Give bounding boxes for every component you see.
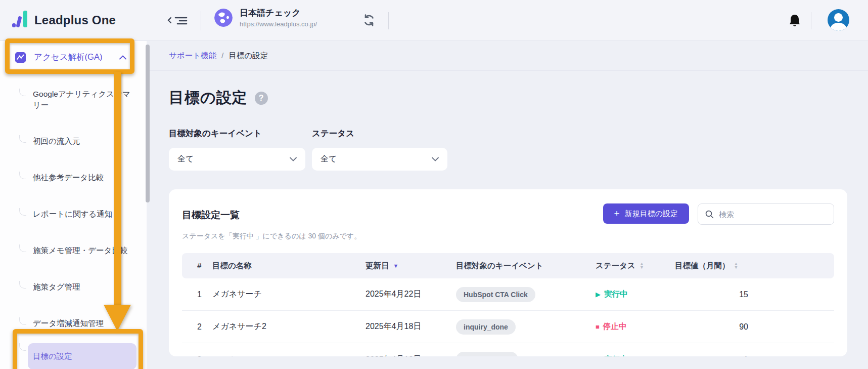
site-url: https://www.leadplus.co.jp/	[240, 20, 317, 28]
sidebar-item-label: データ増減通知管理	[33, 318, 104, 329]
branch-line	[19, 343, 26, 351]
updated-date: 2025年4月18日	[366, 321, 456, 332]
search-box	[698, 203, 834, 225]
sidebar-item-label: 他社参考データ比較	[33, 172, 104, 183]
branch-line	[19, 135, 26, 143]
branch-line	[19, 244, 26, 252]
branch-line	[19, 208, 26, 216]
branch-line	[19, 317, 26, 325]
logo-icon	[12, 10, 28, 29]
breadcrumb-separator: /	[221, 51, 223, 60]
sidebar-item-first-source[interactable]: 初回の流入元	[28, 135, 136, 147]
app-logo[interactable]: Leadplus One	[12, 10, 116, 29]
site-switcher[interactable]: 日本語チェック https://www.leadplus.co.jp/	[214, 7, 317, 28]
status-filter-value: 全て	[321, 154, 337, 165]
sidebar-item-goal-settings[interactable]: 目標の設定	[28, 343, 136, 369]
goal-name: テスト	[212, 354, 366, 357]
goal-name: メガネサーチ	[212, 289, 366, 300]
row-num: 2	[197, 322, 212, 332]
help-icon[interactable]: ?	[255, 92, 268, 105]
sidebar-item-report-notice[interactable]: レポートに関する通知	[28, 208, 136, 220]
topbar-divider	[388, 12, 389, 29]
breadcrumb: サポート機能 / 目標の設定	[147, 41, 868, 71]
row-num: 3	[197, 355, 212, 356]
goal-value: 15	[675, 290, 748, 299]
key-event-badge: inquiry_done	[456, 319, 516, 335]
status-badge: ▶ 実行中	[596, 289, 675, 300]
new-goal-button[interactable]: + 新規目標の設定	[603, 203, 689, 224]
sidebar-item-label: 初回の流入元	[33, 136, 80, 147]
card-note: ステータスを「実行中 」にできるのは 30 個のみです。	[182, 232, 361, 241]
status-running-icon: ▶	[596, 356, 601, 357]
sort-icon[interactable]: ▲▼	[639, 262, 644, 269]
topbar-divider	[811, 12, 811, 29]
row-num: 1	[197, 290, 212, 299]
sidebar-item-label: 目標の設定	[33, 351, 72, 362]
goal-table: # 目標の名称 更新日 ▼ 目標対象のキーイベント ステータス ▲▼ 目標値（月…	[182, 253, 834, 356]
branch-line	[19, 281, 26, 289]
sidebar-item-competitor-data[interactable]: 他社参考データ比較	[28, 172, 136, 184]
table-row[interactable]: 3 テスト 2025年4月18日 file_download ▶ 実行中 1	[182, 343, 834, 356]
globe-icon	[214, 9, 233, 27]
search-icon	[705, 210, 714, 219]
col-header-status[interactable]: ステータス ▲▼	[596, 261, 675, 271]
breadcrumb-current: 目標の設定	[229, 51, 268, 61]
status-running-icon: ▶	[596, 291, 601, 298]
status-badge: ▶ 実行中	[596, 354, 675, 357]
analytics-chart-icon	[15, 52, 26, 63]
col-header-num: #	[197, 261, 212, 270]
goal-value: 90	[675, 322, 748, 332]
table-row[interactable]: 2 メガネサーチ2 2025年4月18日 inquiry_done ■ 停止中 …	[182, 311, 834, 343]
goal-name: メガネサーチ2	[212, 321, 366, 332]
table-row[interactable]: 1 メガネサーチ 2025年4月22日 HubSpot CTA Click ▶ …	[182, 278, 834, 311]
sidebar-item-tag-management[interactable]: 施策タグ管理	[28, 281, 136, 293]
site-name: 日本語チェック	[240, 7, 317, 19]
chevron-down-icon	[432, 157, 439, 161]
collapse-sidebar-icon[interactable]	[167, 13, 188, 27]
top-bar: Leadplus One 日本語チェック https://www.leadplu…	[0, 0, 868, 40]
sidebar-item-ga-summary[interactable]: Googleアナリティクスサマリー	[28, 89, 136, 111]
sidebar-item-data-change-notice[interactable]: データ増減通知管理	[28, 317, 136, 330]
keyevent-filter-select[interactable]: 全て	[169, 148, 305, 171]
app-name: Leadplus One	[34, 13, 116, 29]
sidebar-scrollbar[interactable]	[146, 45, 150, 202]
bell-icon[interactable]	[788, 13, 802, 28]
sort-icon[interactable]: ▲▼	[734, 262, 739, 269]
updated-date: 2025年4月18日	[366, 354, 456, 357]
sidebar-item-access-analytics[interactable]: アクセス解析(GA)	[0, 41, 147, 73]
sort-desc-icon[interactable]: ▼	[393, 263, 399, 269]
new-goal-button-label: 新規目標の設定	[625, 209, 678, 219]
avatar[interactable]	[828, 9, 849, 31]
sidebar-item-label: 施策タグ管理	[33, 281, 80, 293]
card-title: 目標設定一覧	[182, 209, 361, 222]
sidebar-submenu: Googleアナリティクスサマリー 初回の流入元 他社参考データ比較 レポートに…	[0, 73, 147, 369]
status-filter-select[interactable]: 全て	[312, 148, 447, 171]
col-header-event: 目標対象のキーイベント	[456, 261, 596, 271]
topbar-divider	[201, 11, 201, 30]
status-stopped-icon: ■	[596, 323, 600, 331]
keyevent-filter-label: 目標対象のキーイベント	[169, 128, 312, 139]
keyevent-filter-value: 全て	[177, 154, 194, 165]
key-event-badge: file_download	[456, 352, 518, 356]
table-header-row: # 目標の名称 更新日 ▼ 目標対象のキーイベント ステータス ▲▼ 目標値（月…	[182, 253, 834, 278]
key-event-badge: HubSpot CTA Click	[456, 287, 535, 302]
breadcrumb-parent-link[interactable]: サポート機能	[169, 51, 216, 61]
sidebar-item-label: レポートに関する通知	[33, 209, 112, 220]
sidebar-item-label: 施策メモ管理・データ比較	[33, 245, 127, 256]
refresh-icon[interactable]	[362, 13, 377, 27]
chevron-up-icon	[119, 55, 126, 60]
status-filter-label: ステータス	[312, 128, 354, 139]
plus-icon: +	[614, 208, 620, 219]
sidebar-item-memo-compare[interactable]: 施策メモ管理・データ比較	[28, 244, 136, 257]
branch-line	[19, 172, 26, 179]
search-input[interactable]	[719, 210, 820, 219]
branch-line	[19, 89, 26, 96]
sidebar-item-label: Googleアナリティクスサマリー	[33, 89, 136, 111]
col-header-date[interactable]: 更新日 ▼	[366, 261, 456, 271]
goal-list-card: 目標設定一覧 ステータスを「実行中 」にできるのは 30 個のみです。 + 新規…	[169, 189, 847, 356]
status-badge: ■ 停止中	[596, 321, 675, 332]
col-header-value[interactable]: 目標値（月間） ▲▼	[675, 261, 819, 271]
updated-date: 2025年4月22日	[366, 289, 456, 300]
sidebar-parent-label: アクセス解析(GA)	[34, 52, 111, 63]
sidebar: アクセス解析(GA) Googleアナリティクスサマリー 初回の流入元 他社参考…	[0, 41, 147, 369]
